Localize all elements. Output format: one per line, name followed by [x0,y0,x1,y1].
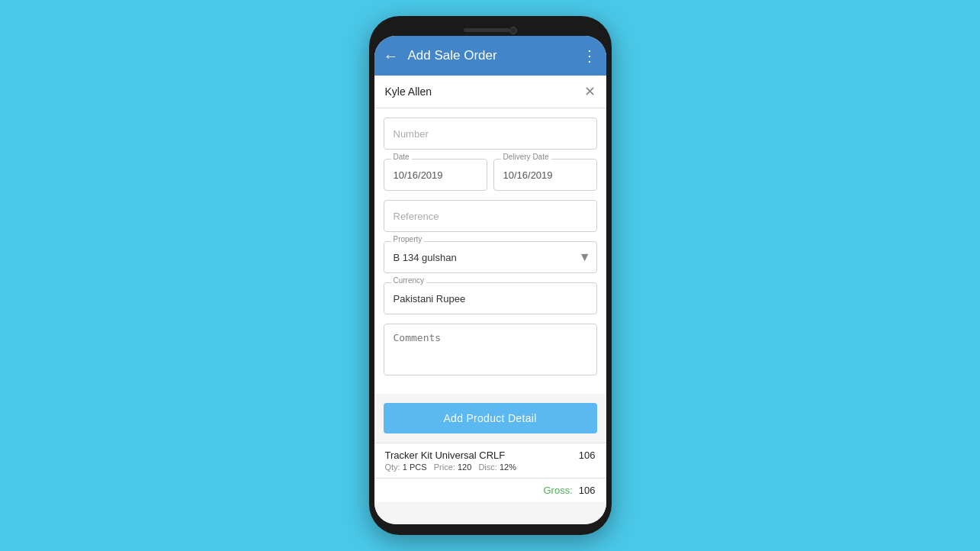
phone-frame: ← Add Sale Order ⋮ Kyle Allen ✕ Date [369,16,612,535]
phone-notch [374,24,607,36]
comments-input[interactable] [384,324,597,375]
date-label: Date [391,153,412,161]
number-input[interactable] [384,118,597,150]
date-row: Date Delivery Date [384,159,597,191]
number-field-wrap [384,118,597,150]
comments-field-wrap [384,324,597,379]
delivery-date-label: Delivery Date [501,153,551,161]
currency-field-wrap: Currency Pakistani Rupee [384,282,597,314]
date-field-wrap: Date [384,159,487,191]
customer-row: Kyle Allen ✕ [374,76,606,108]
delivery-date-field-wrap: Delivery Date [493,159,597,191]
gross-label: Gross: [544,485,573,496]
product-details: Qty: 1 PCS Price: 120 Disc: 12% [385,462,596,472]
property-label: Property [391,235,425,243]
reference-input[interactable] [384,200,597,232]
phone-camera [509,27,517,34]
screen-content: Kyle Allen ✕ Date Delivery Date [374,76,606,524]
currency-value: Pakistani Rupee [384,282,597,314]
app-bar-title: Add Sale Order [408,48,582,63]
phone-screen: ← Add Sale Order ⋮ Kyle Allen ✕ Date [374,36,606,524]
product-row-top: Tracker Kit Universal CRLF 106 [385,450,596,461]
qty-value: 1 PCS [403,462,427,472]
add-product-button[interactable]: Add Product Detail [384,403,597,433]
reference-field-wrap [384,200,597,232]
gross-value: 106 [579,485,596,496]
property-select[interactable]: B 134 gulshan [384,241,597,273]
qty-label: Qty: [385,462,400,472]
property-field-wrap: Property B 134 gulshan ▼ [384,241,597,273]
currency-label: Currency [391,276,427,285]
customer-name: Kyle Allen [385,85,432,98]
delivery-date-input[interactable] [493,159,597,191]
back-button[interactable]: ← [384,47,399,65]
price-value: 120 [458,462,471,472]
product-item: Tracker Kit Universal CRLF 106 Qty: 1 PC… [374,443,606,478]
gross-row: Gross: 106 [374,478,606,502]
product-amount: 106 [579,450,596,461]
form-section: Date Delivery Date Property B [374,108,606,394]
product-name: Tracker Kit Universal CRLF [385,450,506,461]
price-label: Price: [434,462,455,472]
date-input[interactable] [384,159,487,191]
disc-label: Disc: [478,462,496,472]
menu-button[interactable]: ⋮ [582,47,597,65]
phone-speaker [464,28,509,32]
disc-value: 12% [500,462,516,472]
close-customer-button[interactable]: ✕ [584,83,596,100]
app-bar: ← Add Sale Order ⋮ [374,36,606,76]
